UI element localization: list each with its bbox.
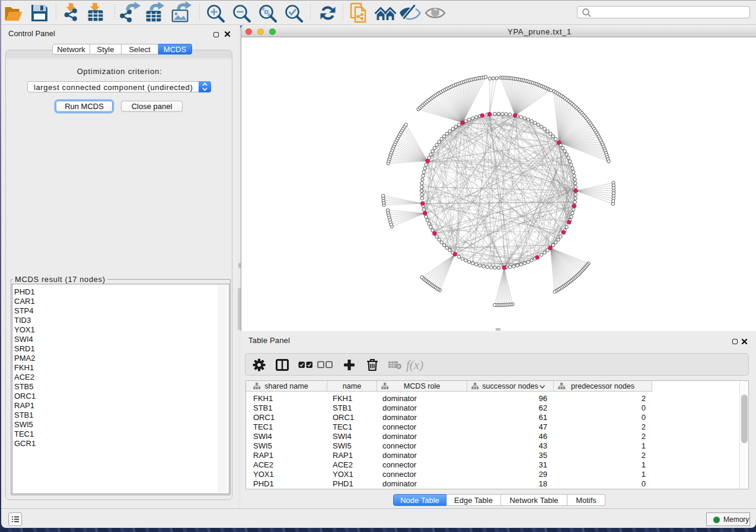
svg-text:f(x): f(x) [406, 358, 423, 372]
